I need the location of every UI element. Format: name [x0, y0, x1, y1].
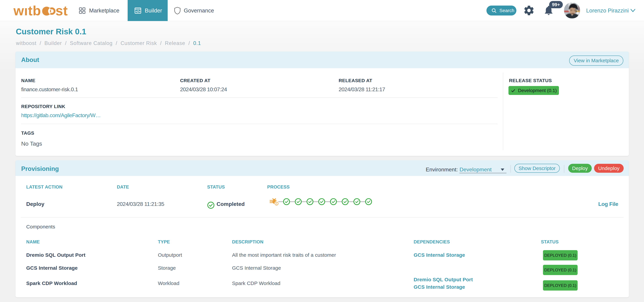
svg-text:</>: </> — [136, 10, 140, 13]
svg-text:st: st — [56, 3, 68, 18]
svg-text:wıtb: wıtb — [14, 3, 41, 18]
